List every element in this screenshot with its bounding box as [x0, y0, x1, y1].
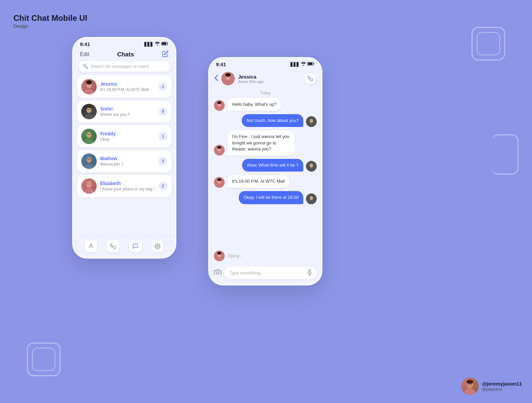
svg-rect-31 — [308, 63, 312, 65]
chats-title: Chats — [117, 51, 134, 58]
svg-point-21 — [88, 159, 89, 160]
camera-button[interactable] — [214, 269, 221, 277]
message-input[interactable]: Type something... — [225, 267, 317, 279]
chat-info-jessica: Jessica It's 19.00 P.M. At WTC Mall — [100, 81, 155, 92]
avatar-sister — [81, 104, 97, 119]
chat-header-info: Jessica Active 50m ago — [238, 74, 301, 84]
chat-item-mathew[interactable]: Mathew Wanna join ? 3 — [77, 150, 171, 172]
search-bar[interactable]: 🔍 Search for messages or users — [79, 61, 170, 72]
bubble-sent-2: Wow, What time will it be ? — [242, 159, 303, 172]
svg-point-70 — [468, 384, 469, 385]
phone-chat-list: 9:41 ▋▋▋ Edit Chat — [72, 37, 176, 259]
chat-preview-mathew: Wanna join ? — [100, 162, 155, 167]
chat-info-freddy: Freddy Okay — [100, 131, 155, 142]
chat-list-header: Edit Chats — [73, 49, 175, 61]
bubble-received-3: It's 19.00 P.M. At WTC Mall — [227, 175, 290, 188]
chat-item-freddy[interactable]: Freddy Okay 1 — [77, 125, 171, 147]
svg-point-10 — [84, 114, 94, 119]
status-bar-1: 9:41 ▋▋▋ — [73, 38, 175, 49]
chat-header-name: Jessica — [238, 74, 301, 80]
avatar-elizabeth — [81, 178, 97, 194]
svg-point-17 — [90, 134, 91, 135]
svg-point-15 — [84, 139, 94, 144]
typing-text: Typing... — [227, 254, 242, 258]
chat-name-sister: Sister — [100, 106, 155, 111]
battery-icon — [161, 42, 169, 47]
svg-point-4 — [84, 89, 94, 94]
svg-point-43 — [310, 119, 313, 123]
chat-name-jessica: Jessica — [100, 81, 155, 87]
message-input-area: Type something... — [209, 263, 321, 284]
wifi-icon-2 — [301, 62, 306, 67]
chat-info-mathew: Mathew Wanna join ? — [100, 156, 155, 167]
chat-badge-freddy: 1 — [159, 132, 167, 141]
chat-badge-jessica: 1 — [159, 82, 167, 91]
message-row-1: Hello baby, What's up? — [214, 98, 317, 111]
svg-point-71 — [471, 384, 472, 385]
chat-item-jessica[interactable]: Jessica It's 19.00 P.M. At WTC Mall 1 — [77, 76, 171, 98]
author-avatar — [461, 377, 479, 395]
wifi-icon — [155, 42, 160, 47]
svg-point-34 — [224, 81, 232, 85]
svg-point-24 — [87, 182, 91, 187]
signal-icon-2: ▋▋▋ — [291, 62, 300, 67]
chat-name-mathew: Mathew — [100, 156, 155, 161]
svg-point-25 — [84, 188, 94, 194]
back-button[interactable] — [215, 75, 218, 83]
svg-point-54 — [216, 184, 223, 188]
search-placeholder: Search for messages or users — [91, 64, 149, 69]
chat-detail-header: Jessica Active 50m ago — [209, 69, 321, 88]
tab-bar — [73, 236, 175, 258]
author-info: @jeremyjason11 @jaszuiux — [482, 381, 522, 392]
messages-area: Hello baby, What's up? Not much, how abo… — [209, 98, 321, 249]
status-bar-2: 9:41 ▋▋▋ — [209, 58, 321, 69]
tab-calls[interactable] — [107, 240, 119, 252]
chat-item-sister[interactable]: Sister Where are you ? 5 — [77, 100, 171, 123]
svg-point-5 — [88, 84, 89, 85]
author-name: @jeremyjason11 — [482, 381, 522, 387]
compose-icon[interactable] — [162, 50, 169, 58]
chat-item-elizabeth[interactable]: Elizabeth I found your phone in my bag !… — [77, 175, 171, 197]
chat-header-status: Active 50m ago — [238, 80, 301, 84]
svg-point-44 — [308, 123, 315, 127]
avatar-mathew — [81, 153, 97, 169]
avatar-freddy — [81, 129, 97, 144]
author-credit: @jeremyjason11 @jaszuiux — [461, 377, 522, 395]
search-icon: 🔍 — [83, 64, 88, 69]
svg-point-29 — [157, 245, 159, 247]
svg-point-36 — [229, 77, 230, 78]
svg-point-19 — [87, 157, 91, 163]
chat-badge-sister: 5 — [159, 107, 167, 116]
svg-point-55 — [217, 178, 221, 181]
edit-button[interactable]: Edit — [80, 51, 89, 57]
typing-avatar — [214, 251, 225, 261]
svg-point-41 — [217, 101, 221, 104]
message-row-3: I'm Fine , I just wanna tell you tonight… — [214, 130, 317, 155]
svg-point-14 — [87, 132, 91, 138]
author-handle: @jaszuiux — [482, 387, 522, 392]
call-button[interactable] — [305, 73, 316, 84]
tab-contacts[interactable] — [85, 240, 97, 252]
svg-point-63 — [216, 272, 219, 274]
svg-rect-1 — [162, 43, 166, 45]
svg-point-50 — [310, 164, 313, 168]
svg-point-11 — [88, 109, 89, 110]
svg-point-9 — [87, 107, 91, 113]
chat-name-freddy: Freddy — [100, 131, 155, 136]
svg-point-22 — [90, 159, 91, 160]
chat-info-elizabeth: Elizabeth I found your phone in my bag ! — [100, 181, 155, 191]
tab-settings[interactable] — [151, 240, 164, 252]
page-subtitle: Design — [13, 24, 87, 29]
chat-info-sister: Sister Where are you ? — [100, 106, 155, 117]
svg-point-57 — [310, 196, 313, 200]
deco-corner-top-right — [472, 27, 505, 60]
mic-button[interactable] — [307, 269, 312, 276]
chat-preview-jessica: It's 19.00 P.M. At WTC Mall — [100, 87, 155, 92]
msg-avatar-sent-3 — [306, 193, 317, 204]
page-title-area: Chit Chat Mobile UI Design — [13, 13, 87, 29]
tab-messages[interactable] — [129, 240, 141, 252]
chat-badge-mathew: 3 — [159, 157, 167, 166]
message-row-4: Wow, What time will it be ? — [214, 159, 317, 172]
chat-preview-freddy: Okay — [100, 137, 155, 142]
svg-point-16 — [88, 134, 89, 135]
